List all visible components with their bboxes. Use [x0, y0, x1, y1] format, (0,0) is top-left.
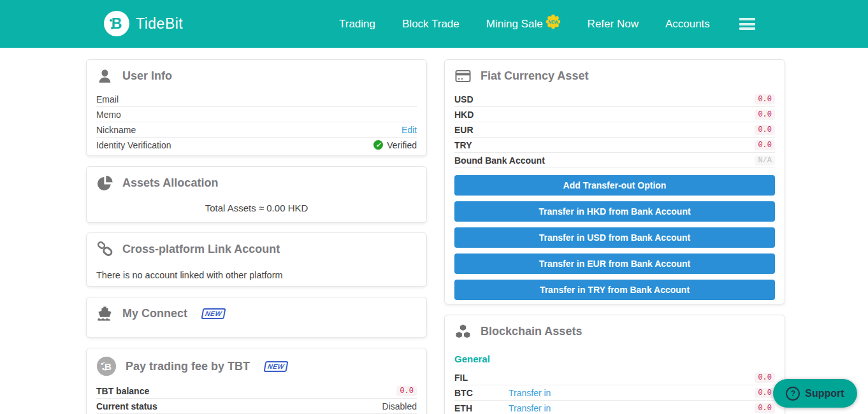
- tbt-balance-value: 0.0: [396, 386, 417, 396]
- tbt-coin-icon: B: [96, 356, 117, 376]
- link-chain-icon: [96, 241, 113, 258]
- user-info-row-nickname: Nickname Edit: [96, 122, 417, 138]
- eth-balance: 0.0: [755, 403, 775, 413]
- assets-allocation-title: Assets Allocation: [122, 176, 218, 190]
- new-seal-label: NEW: [548, 19, 558, 24]
- fiat-currency-header: Fiat Currency Asset: [445, 60, 785, 90]
- new-badge: NEW: [201, 308, 226, 319]
- tbt-balance-row: TBT balance 0.0: [96, 383, 417, 399]
- my-connect-card: My Connect NEW: [86, 297, 427, 338]
- fiat-row-eur: EUR 0.0: [454, 122, 775, 138]
- transfer-in-eur-button[interactable]: Transfer in EUR from Bank Account: [454, 253, 775, 274]
- fil-balance: 0.0: [755, 373, 775, 383]
- assets-allocation-card: Assets Allocation Total Assets ≈ 0.00 HK…: [86, 166, 427, 223]
- eur-balance: 0.0: [755, 125, 775, 135]
- my-connect-title: My Connect: [122, 307, 187, 320]
- support-button[interactable]: ? Support: [773, 379, 857, 408]
- nav-refer-now[interactable]: Refer Now: [588, 18, 639, 31]
- blockchain-assets-card: Blockchain Assets General FIL 0.0 BTC Tr…: [444, 315, 785, 414]
- logo-letter: B: [112, 15, 122, 32]
- question-mark-icon: ?: [786, 387, 800, 401]
- general-section-label: General: [454, 353, 775, 364]
- blockchain-row-fil: FIL 0.0: [454, 370, 775, 385]
- verified-check-icon: [373, 140, 383, 150]
- fiat-row-try: TRY 0.0: [454, 138, 775, 153]
- user-info-row-email: Email: [96, 92, 417, 107]
- tbt-fee-header: B Pay trading fee by TBT NEW: [87, 348, 426, 382]
- btc-transfer-in-link[interactable]: Transfer in: [509, 388, 755, 398]
- blockchain-row-eth: ETH Transfer in 0.0: [454, 401, 775, 414]
- usd-balance: 0.0: [755, 94, 775, 104]
- cross-platform-card: Cross-platform Link Account There is no …: [86, 232, 427, 287]
- nav-trading[interactable]: Trading: [339, 18, 375, 31]
- transfer-in-try-button[interactable]: Transfer in TRY from Bank Account: [454, 280, 775, 300]
- cross-platform-title: Cross-platform Link Account: [122, 243, 280, 256]
- edit-nickname-link[interactable]: Edit: [401, 125, 417, 135]
- cubes-icon: [454, 323, 472, 340]
- brand-name: TideBit: [136, 15, 183, 32]
- verified-label: Verified: [387, 140, 417, 150]
- hamburger-menu-icon[interactable]: [737, 15, 758, 32]
- fiat-row-hkd: HKD 0.0: [454, 107, 775, 122]
- credit-card-icon: [454, 68, 472, 85]
- tbt-fee-card: B Pay trading fee by TBT NEW TBT balance…: [86, 348, 427, 414]
- transfer-in-usd-button[interactable]: Transfer in USD from Bank Account: [454, 227, 775, 248]
- tbt-status-row: Current status Disabled: [96, 399, 417, 414]
- nav-block-trade[interactable]: Block Trade: [402, 18, 459, 31]
- blockchain-assets-title: Blockchain Assets: [481, 325, 582, 338]
- try-balance: 0.0: [755, 140, 775, 150]
- support-label: Support: [805, 388, 844, 399]
- blockchain-row-btc: BTC Transfer in 0.0: [454, 385, 775, 401]
- my-connect-header: My Connect NEW: [87, 297, 426, 327]
- tbt-fee-title: Pay trading fee by TBT: [126, 360, 250, 373]
- new-seal-icon: NEW: [546, 14, 561, 29]
- user-info-row-memo: Memo: [96, 107, 417, 122]
- pie-chart-icon: [96, 175, 113, 192]
- verified-status-badge: Verified: [373, 140, 417, 150]
- user-icon: [96, 68, 113, 85]
- btc-balance: 0.0: [755, 388, 775, 398]
- nav-mining-sale[interactable]: Mining Sale NEW: [486, 18, 561, 31]
- tbt-status-value: Disabled: [382, 401, 417, 411]
- brand-logo[interactable]: B TideBit: [104, 11, 183, 36]
- fiat-currency-card: Fiat Currency Asset USD 0.0 HKD 0.0 EUR …: [444, 59, 785, 304]
- fiat-row-bank-account: Bound Bank Account N/A: [454, 153, 775, 168]
- add-transfer-out-button[interactable]: Add Transfer-out Option: [454, 175, 775, 196]
- cross-platform-message: There is no account linked with other pl…: [96, 270, 417, 280]
- nav-mining-sale-label: Mining Sale: [486, 18, 543, 31]
- eth-transfer-in-link[interactable]: Transfer in: [509, 403, 755, 413]
- user-info-row-identity: Identity Verification Verified: [96, 138, 417, 152]
- bank-account-value: N/A: [755, 155, 775, 166]
- user-info-card: User Info Email Memo Nickname Edit Ident…: [86, 59, 427, 156]
- main-nav: Trading Block Trade Mining Sale NEW Refe…: [339, 0, 758, 48]
- transfer-in-hkd-button[interactable]: Transfer in HKD from Bank Account: [454, 201, 775, 222]
- tidebit-logo-icon: B: [104, 11, 129, 36]
- fiat-currency-title: Fiat Currency Asset: [481, 69, 588, 83]
- fiat-buttons: Add Transfer-out Option Transfer in HKD …: [454, 175, 775, 300]
- nav-accounts[interactable]: Accounts: [665, 18, 710, 31]
- hkd-balance: 0.0: [755, 110, 775, 120]
- blockchain-assets-header: Blockchain Assets: [445, 315, 785, 345]
- user-info-title: User Info: [122, 69, 172, 83]
- fiat-row-usd: USD 0.0: [454, 92, 775, 107]
- user-info-header: User Info: [87, 60, 426, 90]
- top-navbar: B TideBit Trading Block Trade Mining Sal…: [0, 0, 868, 48]
- total-assets-line: Total Assets ≈ 0.00 HKD: [87, 203, 426, 213]
- assets-allocation-header: Assets Allocation: [87, 167, 426, 197]
- cross-platform-header: Cross-platform Link Account: [87, 233, 426, 263]
- new-badge: NEW: [264, 361, 289, 372]
- tbt-icon-letter: B: [105, 361, 112, 372]
- ship-icon: [96, 305, 113, 322]
